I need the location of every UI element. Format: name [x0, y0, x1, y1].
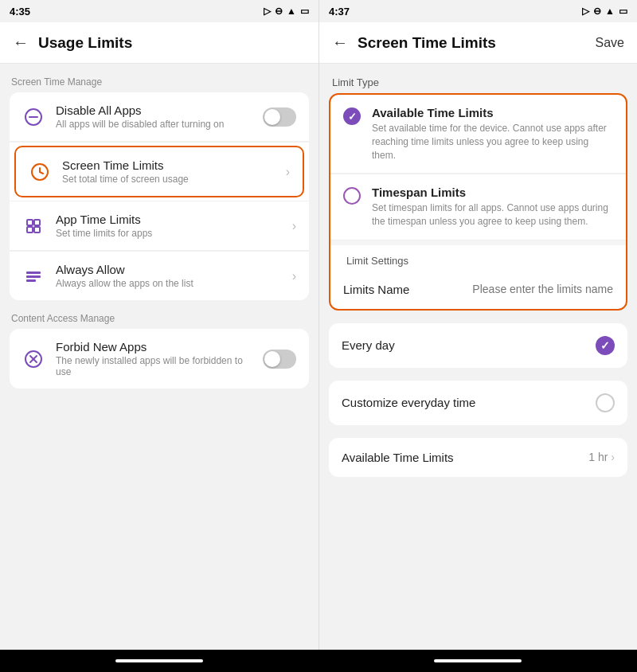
wifi-icon: ▲ — [287, 6, 296, 17]
timespan-subtitle: Set timespan limits for all apps. Cannot… — [372, 201, 613, 229]
disable-apps-icon — [22, 106, 45, 128]
right-content: Limit Type Available Time Limits Set ava… — [319, 64, 637, 650]
forbid-new-apps-subtitle: The newly installed apps will be forbidd… — [56, 355, 252, 377]
left-page-title: Usage Limits — [38, 34, 306, 52]
right-page-title: Screen Time Limits — [358, 34, 586, 52]
customize-everyday-radio[interactable] — [596, 393, 615, 412]
limit-type-card: Available Time Limits Set available time… — [329, 93, 627, 311]
available-time-row-right: 1 hr › — [588, 451, 615, 463]
screen-time-limits-chevron: › — [286, 165, 290, 179]
limits-name-input[interactable] — [431, 283, 613, 295]
limits-name-row: Limits Name — [330, 270, 626, 309]
app-time-icon — [22, 215, 45, 237]
left-status-icons: ▷ ⊖ ▲ ▭ — [264, 6, 309, 17]
svg-rect-8 — [34, 227, 40, 232]
chevron-right-icon: › — [611, 451, 615, 463]
always-allow-icon — [22, 265, 45, 287]
content-access-section: Content Access Manage Forbid New Ap — [10, 313, 309, 389]
left-panel: 4:35 ▷ ⊖ ▲ ▭ ← Usage Limits Screen Time … — [0, 0, 318, 650]
forbid-icon — [22, 348, 45, 370]
bottom-nav-bar — [0, 650, 637, 672]
always-allow-text: Always Allow Always allow the apps on th… — [56, 263, 281, 289]
app-time-limits-title: App Time Limits — [56, 213, 281, 226]
every-day-row[interactable]: Every day ✓ — [329, 323, 627, 368]
left-time: 4:35 — [10, 6, 30, 18]
timespan-radio-item[interactable]: Timespan Limits Set timespan limits for … — [330, 174, 626, 240]
right-top-bar: ← Screen Time Limits Save — [319, 22, 637, 64]
always-allow-item[interactable]: Always Allow Always allow the apps on th… — [10, 252, 309, 300]
toggle-knob-2 — [264, 351, 280, 367]
svg-rect-7 — [27, 227, 33, 232]
disable-all-apps-text: Disable All Apps All apps will be disabl… — [56, 104, 252, 130]
left-nav-pill — [115, 659, 203, 662]
svg-rect-11 — [26, 279, 36, 282]
forbid-new-apps-toggle[interactable] — [263, 350, 296, 369]
disable-all-apps-title: Disable All Apps — [56, 104, 252, 117]
timespan-title: Timespan Limits — [372, 186, 613, 199]
forbid-new-apps-title: Forbid New Apps — [56, 340, 252, 354]
screen-time-limits-subtitle: Set total time of screen usage — [62, 174, 275, 185]
available-time-value: 1 hr — [588, 451, 608, 463]
always-allow-chevron: › — [292, 269, 296, 283]
left-status-bar: 4:35 ▷ ⊖ ▲ ▭ — [0, 0, 318, 22]
available-time-text: Available Time Limits Set available time… — [372, 106, 613, 162]
left-top-bar: ← Usage Limits — [0, 22, 318, 64]
every-day-check[interactable]: ✓ — [596, 336, 615, 355]
forbid-new-apps-text: Forbid New Apps The newly installed apps… — [56, 340, 252, 377]
svg-rect-5 — [27, 220, 33, 225]
limit-type-label: Limit Type — [329, 76, 627, 88]
section-label-content-access: Content Access Manage — [10, 313, 309, 324]
svg-rect-6 — [34, 220, 40, 225]
limit-type-section: Limit Type Available Time Limits Set ava… — [329, 76, 627, 311]
right-status-bar: 4:37 ▷ ⊖ ▲ ▭ — [319, 0, 637, 22]
save-button[interactable]: Save — [596, 36, 624, 50]
svg-rect-9 — [26, 272, 41, 274]
right-status-icons: ▷ ⊖ ▲ ▭ — [582, 6, 627, 17]
customize-everyday-label: Customize everyday time — [342, 396, 475, 409]
limits-name-label: Limits Name — [343, 283, 431, 296]
screen-time-limits-text: Screen Time Limits Set total time of scr… — [62, 158, 275, 185]
app-time-limits-item[interactable]: App Time Limits Set time limits for apps… — [10, 201, 309, 251]
right-back-button[interactable]: ← — [332, 33, 348, 52]
disable-all-apps-toggle[interactable] — [263, 107, 296, 127]
always-allow-title: Always Allow — [56, 263, 281, 276]
customize-everyday-row[interactable]: Customize everyday time — [329, 381, 627, 425]
right-wifi-icon: ▲ — [605, 6, 615, 17]
svg-line-4 — [40, 172, 43, 174]
clock-icon — [29, 161, 51, 183]
disable-all-apps-item[interactable]: Disable All Apps All apps will be disabl… — [10, 92, 309, 142]
limit-settings-label: Limit Settings — [343, 255, 613, 267]
screen-time-manage-card: Disable All Apps All apps will be disabl… — [10, 92, 309, 300]
content-access-card: Forbid New Apps The newly installed apps… — [10, 329, 309, 389]
left-content: Screen Time Manage Disable All Apps A — [0, 64, 318, 650]
screen-time-limits-item[interactable]: Screen Time Limits Set total time of scr… — [14, 146, 304, 197]
toggle-knob — [264, 109, 280, 125]
right-battery-icon: ▭ — [619, 6, 627, 17]
disable-all-apps-subtitle: All apps will be disabled after turning … — [56, 119, 252, 130]
forbid-new-apps-item[interactable]: Forbid New Apps The newly installed apps… — [10, 329, 309, 389]
every-day-label: Every day — [342, 338, 395, 352]
always-allow-subtitle: Always allow the apps on the list — [56, 278, 281, 289]
available-time-radio[interactable] — [343, 107, 361, 125]
svg-rect-10 — [26, 275, 41, 278]
screen-time-limits-title: Screen Time Limits — [62, 158, 275, 172]
available-time-row-label: Available Time Limits — [342, 451, 454, 464]
available-time-row[interactable]: Available Time Limits 1 hr › — [329, 438, 627, 477]
battery-icon: ▭ — [300, 6, 309, 17]
available-time-title: Available Time Limits — [372, 106, 613, 119]
left-back-button[interactable]: ← — [13, 33, 29, 52]
available-time-radio-item[interactable]: Available Time Limits Set available time… — [330, 95, 626, 174]
play-icon: ▷ — [264, 6, 271, 17]
app-time-limits-subtitle: Set time limits for apps — [56, 228, 281, 239]
right-nav-pill — [434, 659, 522, 662]
available-time-subtitle: Set available time for the device. Canno… — [372, 122, 613, 162]
timespan-radio[interactable] — [343, 187, 361, 205]
limit-settings-header: Limit Settings — [330, 245, 626, 270]
right-play-icon: ▷ — [582, 6, 589, 17]
app-time-limits-chevron: › — [292, 219, 296, 233]
right-time: 4:37 — [329, 6, 350, 18]
screen-time-manage-section: Screen Time Manage Disable All Apps A — [10, 76, 309, 300]
circle-minus-icon: ⊖ — [275, 6, 283, 17]
right-panel: 4:37 ▷ ⊖ ▲ ▭ ← Screen Time Limits Save L… — [318, 0, 637, 650]
app-time-limits-text: App Time Limits Set time limits for apps — [56, 213, 281, 239]
